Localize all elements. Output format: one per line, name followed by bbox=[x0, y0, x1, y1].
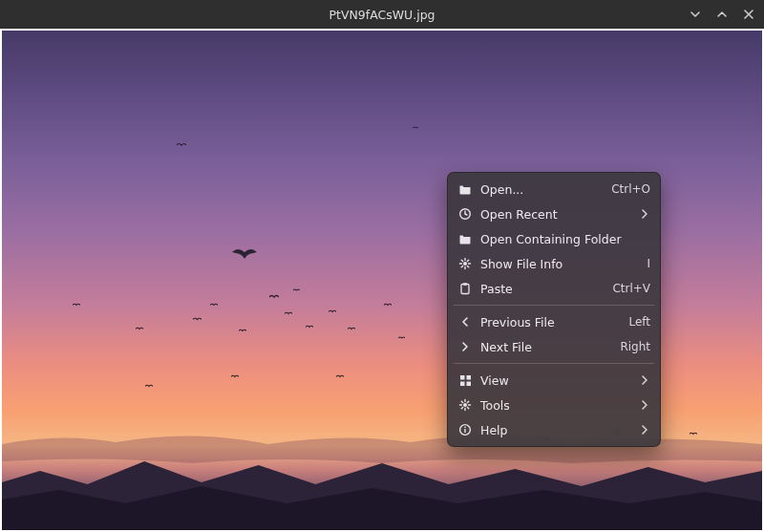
grid-icon bbox=[457, 372, 473, 388]
svg-rect-10 bbox=[464, 429, 465, 433]
menu-item-label: Tools bbox=[480, 398, 633, 413]
menu-item-paste[interactable]: Paste Ctrl+V bbox=[448, 276, 660, 301]
bird-silhouette bbox=[73, 303, 80, 308]
menu-item-label: Help bbox=[480, 423, 633, 437]
bird-silhouette bbox=[210, 303, 218, 308]
bird-silhouette bbox=[239, 329, 246, 333]
menu-item-help[interactable]: Help bbox=[448, 417, 660, 442]
bird-silhouette bbox=[413, 126, 418, 130]
menu-separator bbox=[454, 305, 654, 306]
bird-silhouette bbox=[232, 246, 257, 260]
maximize-button[interactable] bbox=[711, 3, 733, 26]
menu-item-accel: Left bbox=[628, 315, 650, 329]
svg-rect-4 bbox=[460, 375, 465, 380]
bird-silhouette bbox=[293, 288, 300, 292]
bird-silhouette bbox=[231, 374, 239, 379]
close-icon bbox=[743, 9, 754, 20]
submenu-chevron-icon bbox=[641, 423, 650, 437]
menu-item-label: Paste bbox=[480, 282, 593, 296]
submenu-chevron-icon bbox=[641, 398, 650, 413]
bird-silhouette bbox=[348, 327, 355, 331]
window-title: PtVN9fACsWU.jpg bbox=[329, 8, 435, 22]
menu-item-open[interactable]: Open... Ctrl+O bbox=[448, 177, 660, 202]
menu-item-label: Open Containing Folder bbox=[480, 232, 650, 246]
image-viewer-window: PtVN9fACsWU.jpg bbox=[0, 0, 764, 532]
menu-item-label: Open... bbox=[480, 182, 592, 197]
menu-item-accel: I bbox=[647, 257, 650, 270]
menu-item-accel: Ctrl+V bbox=[612, 282, 650, 295]
menu-item-label: Previous File bbox=[480, 315, 609, 330]
bird-silhouette bbox=[285, 311, 292, 316]
window-controls bbox=[684, 0, 760, 29]
svg-point-1 bbox=[463, 262, 467, 266]
close-button[interactable] bbox=[737, 3, 760, 26]
menu-separator bbox=[454, 363, 654, 364]
menu-item-previous-file[interactable]: Previous File Left bbox=[448, 309, 660, 334]
chevron-right-icon bbox=[457, 339, 473, 354]
chevron-left-icon bbox=[457, 314, 473, 330]
gear-icon bbox=[457, 397, 473, 413]
gear-icon bbox=[457, 256, 473, 271]
bird-silhouette bbox=[145, 384, 153, 389]
clock-icon bbox=[457, 206, 473, 222]
info-icon bbox=[457, 422, 473, 437]
context-menu: Open... Ctrl+O Open Recent Open Containi… bbox=[447, 172, 661, 447]
clipboard-icon bbox=[457, 281, 473, 296]
menu-item-next-file[interactable]: Next File Right bbox=[448, 334, 660, 359]
chevron-up-icon bbox=[715, 8, 729, 21]
bird-silhouette bbox=[398, 336, 405, 340]
menu-item-view[interactable]: View bbox=[448, 368, 660, 393]
bird-silhouette bbox=[177, 142, 186, 148]
menu-item-label: Open Recent bbox=[480, 207, 633, 222]
menu-item-label: View bbox=[480, 373, 633, 388]
folder-icon bbox=[457, 231, 473, 246]
bird-silhouette bbox=[193, 317, 202, 322]
svg-point-8 bbox=[463, 403, 467, 407]
submenu-chevron-icon bbox=[641, 207, 650, 222]
menu-item-open-recent[interactable]: Open Recent bbox=[448, 202, 660, 226]
bird-silhouette bbox=[136, 327, 143, 331]
svg-rect-5 bbox=[466, 375, 471, 380]
bird-silhouette bbox=[336, 374, 344, 379]
svg-rect-2 bbox=[461, 285, 469, 294]
svg-rect-6 bbox=[460, 381, 465, 386]
svg-rect-3 bbox=[463, 283, 467, 285]
menu-item-accel: Ctrl+O bbox=[611, 182, 650, 196]
submenu-chevron-icon bbox=[641, 373, 650, 388]
menu-item-show-file-info[interactable]: Show File Info I bbox=[448, 251, 660, 276]
menu-item-accel: Right bbox=[620, 340, 650, 353]
menu-item-open-containing-folder[interactable]: Open Containing Folder bbox=[448, 226, 660, 251]
svg-rect-7 bbox=[466, 381, 471, 386]
menu-item-label: Show File Info bbox=[480, 257, 627, 271]
svg-rect-11 bbox=[464, 427, 465, 428]
folder-icon bbox=[457, 181, 473, 197]
bird-silhouette bbox=[269, 294, 279, 300]
menu-item-label: Next File bbox=[480, 340, 601, 354]
bird-silhouette bbox=[384, 303, 392, 308]
bird-silhouette bbox=[329, 309, 336, 314]
titlebar[interactable]: PtVN9fACsWU.jpg bbox=[0, 0, 764, 29]
bird-silhouette bbox=[306, 325, 313, 330]
menu-item-tools[interactable]: Tools bbox=[448, 393, 660, 417]
minimize-button[interactable] bbox=[684, 3, 707, 26]
chevron-down-icon bbox=[689, 8, 702, 21]
image-viewport[interactable]: Open... Ctrl+O Open Recent Open Containi… bbox=[2, 31, 762, 530]
